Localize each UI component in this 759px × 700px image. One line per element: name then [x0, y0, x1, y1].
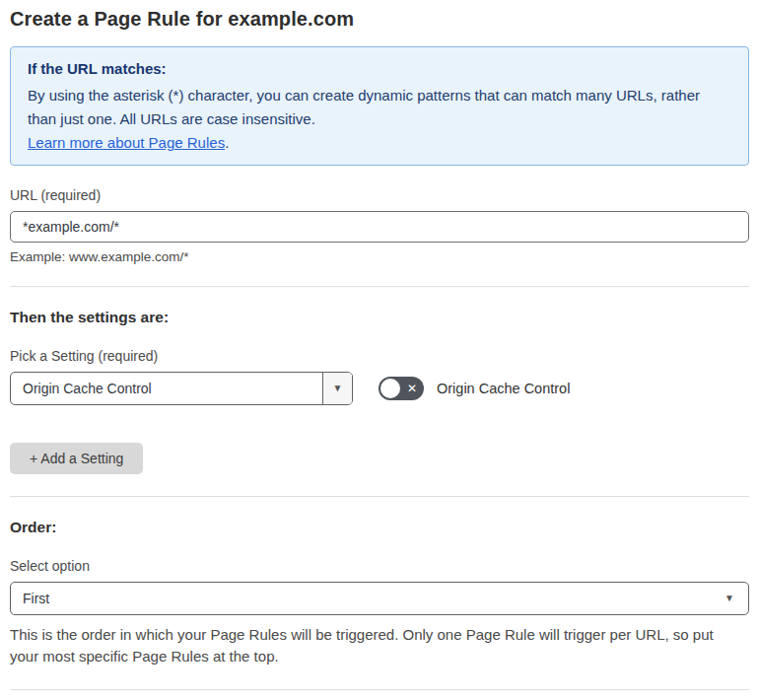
info-box-body: By using the asterisk (*) character, you…: [28, 84, 718, 131]
setting-row: Origin Cache Control ▼ ✕ Origin Cache Co…: [10, 372, 749, 405]
setting-select-arrow-button[interactable]: ▼: [322, 373, 352, 404]
divider: [10, 286, 749, 287]
chevron-down-icon: ▼: [724, 594, 734, 603]
toggle-knob: [380, 379, 400, 398]
url-example-helper: Example: www.example.com/*: [10, 249, 749, 264]
order-helper-text: This is the order in which your Page Rul…: [10, 624, 739, 667]
chevron-down-icon: ▼: [333, 384, 343, 393]
create-page-rule-form: Create a Page Rule for example.com If th…: [0, 0, 759, 700]
divider: [10, 496, 749, 497]
url-field-label: URL (required): [10, 187, 749, 203]
setting-select[interactable]: Origin Cache Control ▼: [10, 372, 353, 405]
setting-select-value: Origin Cache Control: [11, 373, 322, 404]
page-title: Create a Page Rule for example.com: [10, 8, 749, 31]
order-section-heading: Order:: [10, 519, 749, 536]
info-link-line: Learn more about Page Rules.: [28, 134, 731, 151]
pick-setting-label: Pick a Setting (required): [10, 348, 749, 364]
link-suffix: .: [225, 134, 229, 151]
url-match-info-box: If the URL matches: By using the asteris…: [10, 46, 749, 166]
learn-more-link[interactable]: Learn more about Page Rules: [28, 134, 225, 151]
info-box-heading: If the URL matches:: [28, 60, 731, 77]
origin-cache-control-toggle[interactable]: ✕: [379, 377, 424, 400]
add-setting-button[interactable]: + Add a Setting: [10, 443, 143, 474]
origin-cache-control-toggle-group: ✕ Origin Cache Control: [379, 377, 570, 400]
order-select-label: Select option: [10, 558, 749, 574]
settings-section-heading: Then the settings are:: [10, 309, 749, 326]
url-input[interactable]: [10, 211, 749, 243]
toggle-label: Origin Cache Control: [437, 381, 570, 396]
order-select[interactable]: First ▼: [10, 582, 749, 615]
order-select-value: First: [23, 591, 724, 606]
divider: [10, 689, 749, 690]
toggle-off-x-icon: ✕: [407, 383, 417, 394]
